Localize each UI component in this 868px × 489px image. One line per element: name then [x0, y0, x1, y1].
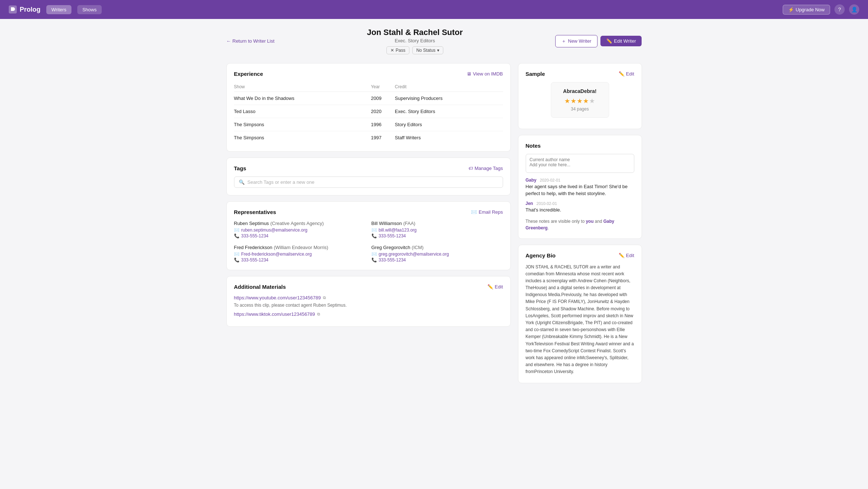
year-cell: 1997 — [371, 131, 395, 144]
note-meta: Gaby 2020-02-01 — [526, 178, 634, 183]
materials-edit-link[interactable]: ✏️ Edit — [487, 284, 503, 290]
material-link[interactable]: https://www.youtube.com/user123456789 — [234, 295, 321, 300]
agency-bio-card: Agency Bio ✏️ Edit JON STAHL & RACHEL SU… — [518, 245, 642, 383]
table-row: Ted Lasso 2020 Exec. Story Editors — [234, 105, 503, 118]
experience-header: Experience 🖥 View on IMDB — [234, 71, 503, 77]
email-reps-button[interactable]: ✉️ Email Reps — [471, 209, 503, 215]
pencil-icon: ✏️ — [606, 38, 612, 44]
left-column: Experience 🖥 View on IMDB Show Year Cred… — [226, 63, 511, 389]
sample-edit-label: Edit — [626, 71, 634, 77]
rep-agency: (FAA) — [403, 221, 415, 226]
experience-card: Experience 🖥 View on IMDB Show Year Cred… — [226, 63, 511, 152]
phone-icon: 📞 — [371, 257, 377, 263]
chevron-down-icon: ▾ — [437, 48, 439, 53]
edit-writer-button[interactable]: ✏️ Edit Writer — [600, 36, 642, 46]
list-item: https://www.youtube.com/user123456789 ⧉ … — [234, 295, 503, 308]
rep-name: Greg Gregorovitch — [371, 245, 410, 250]
navbar-left: Prolog Writers Shows — [9, 5, 102, 14]
credit-cell: Supervising Producers — [395, 92, 503, 105]
writer-name: Jon Stahl & Rachel Sutor — [367, 28, 463, 37]
reps-grid: Ruben Septimus (Creative Agents Agency) … — [234, 220, 503, 263]
copy-icon[interactable]: ⧉ — [317, 312, 320, 317]
rep-email[interactable]: ✉️ greg.gregorovitch@emailservice.org — [371, 252, 503, 257]
note-meta: Jen 2010-02-01 — [526, 201, 634, 206]
sample-edit-link[interactable]: ✏️ Edit — [619, 71, 634, 77]
rep-name: Ruben Septimus — [234, 221, 269, 226]
manage-tags-label: Manage Tags — [475, 166, 503, 171]
rep-phone[interactable]: 📞 333-555-1234 — [234, 233, 366, 238]
back-link[interactable]: ← Return to Writer List — [226, 38, 275, 44]
star-icon: ★ — [571, 97, 577, 105]
phone-value: 333-555-1234 — [241, 233, 269, 238]
email-icon: ✉️ — [371, 252, 377, 257]
lightning-icon: ⚡ — [788, 7, 794, 12]
phone-icon: 📞 — [371, 233, 377, 238]
phone-value: 333-555-1234 — [379, 257, 406, 263]
rep-phone[interactable]: 📞 333-555-1234 — [234, 257, 366, 263]
note-text: That's incredible. — [526, 207, 634, 214]
tags-search-field[interactable]: 🔍 Search Tags or enter a new one — [234, 176, 503, 188]
upgrade-button[interactable]: ⚡ Upgrade Now — [783, 5, 830, 15]
bio-edit-link[interactable]: ✏️ Edit — [619, 253, 634, 258]
email-reps-label: Email Reps — [479, 209, 503, 215]
copy-icon[interactable]: ⧉ — [323, 295, 326, 300]
agency-bio-text: JON STAHL & RACHEL SUTOR are a writer an… — [526, 264, 634, 376]
notes-input[interactable] — [526, 154, 634, 173]
rep-phone[interactable]: 📞 333-555-1234 — [371, 233, 503, 238]
materials-title: Additional Materials — [234, 284, 286, 290]
help-icon[interactable]: ? — [834, 4, 845, 15]
rep-name-line: Ruben Septimus (Creative Agents Agency) — [234, 220, 366, 226]
rep-phone[interactable]: 📞 333-555-1234 — [371, 257, 503, 263]
rep-email[interactable]: ✉️ bill.will@faa123.org — [371, 228, 503, 233]
sample-title-label: Sample — [526, 71, 545, 77]
additional-materials-card: Additional Materials ✏️ Edit https://www… — [226, 276, 511, 327]
tags-placeholder: Search Tags or enter a new one — [248, 179, 315, 185]
material-link[interactable]: https://www.tiktok.com/user123456789 — [234, 311, 315, 317]
plus-icon: ＋ — [561, 38, 566, 44]
list-item: Bill Williamson (FAA) ✉️ bill.will@faa12… — [371, 220, 503, 238]
notes-visibility-note: These notes are visible only to you and … — [526, 218, 634, 231]
credit-cell: Story Editors — [395, 118, 503, 131]
materials-header: Additional Materials ✏️ Edit — [234, 284, 503, 290]
user-avatar[interactable]: 👤 — [849, 4, 859, 15]
star-icon: ★ — [583, 97, 589, 105]
materials-list: https://www.youtube.com/user123456789 ⧉ … — [234, 295, 503, 317]
year-cell: 1996 — [371, 118, 395, 131]
sample-stars: ★★★★★ — [557, 97, 603, 105]
list-item: Jen 2010-02-01 That's incredible. — [526, 201, 634, 214]
pass-button[interactable]: ✕ Pass — [386, 46, 409, 54]
edit-sample-icon: ✏️ — [619, 71, 624, 77]
new-writer-button[interactable]: ＋ New Writer — [555, 35, 598, 47]
tags-title: Tags — [234, 165, 246, 171]
year-cell: 2020 — [371, 105, 395, 118]
nav-writers[interactable]: Writers — [46, 5, 71, 14]
brand: Prolog — [9, 5, 40, 13]
rep-agency: (Creative Agents Agency) — [270, 221, 324, 226]
tags-card: Tags 🏷 Manage Tags 🔍 Search Tags or ente… — [226, 158, 511, 195]
status-dropdown[interactable]: No Status ▾ — [412, 46, 443, 54]
star-icon: ★ — [577, 97, 583, 105]
right-column: Sample ✏️ Edit AbracaDebra! ★★★★★ 34 pag… — [518, 63, 642, 389]
rep-email[interactable]: ✉️ ruben.septimus@emailservice.org — [234, 228, 366, 233]
phone-icon: 📞 — [234, 233, 240, 238]
materials-edit-label: Edit — [495, 284, 503, 290]
bio-header: Agency Bio ✏️ Edit — [526, 252, 634, 259]
email-value: ruben.septimus@emailservice.org — [241, 228, 308, 233]
rep-email[interactable]: ✉️ Fred-frederickson@emailservice.org — [234, 252, 366, 257]
rep-name-line: Bill Williamson (FAA) — [371, 220, 503, 226]
x-icon: ✕ — [390, 48, 394, 53]
col-credit: Credit — [395, 82, 503, 92]
representatives-card: Representatives ✉️ Email Reps Ruben Sept… — [226, 201, 511, 270]
pass-label: Pass — [396, 48, 405, 53]
navbar-right: ⚡ Upgrade Now ? 👤 — [783, 4, 860, 15]
envelope-icon: ✉️ — [471, 209, 477, 215]
imdb-link[interactable]: 🖥 View on IMDB — [467, 71, 503, 77]
nav-shows[interactable]: Shows — [77, 5, 102, 14]
show-cell: The Simpsons — [234, 118, 371, 131]
notes-header: Notes — [526, 143, 634, 149]
show-cell: The Simpsons — [234, 131, 371, 144]
phone-icon: 📞 — [234, 257, 240, 263]
bio-title: Agency Bio — [526, 252, 556, 259]
rep-name: Fred Frederickson — [234, 245, 272, 250]
manage-tags-link[interactable]: 🏷 Manage Tags — [468, 166, 503, 171]
